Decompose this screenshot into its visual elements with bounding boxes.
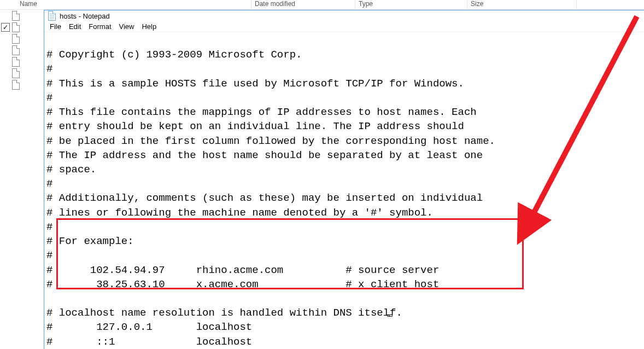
file-icon — [12, 11, 20, 21]
file-icon — [12, 34, 20, 44]
file-icon — [12, 68, 20, 78]
text-line: # 127.0.0.1 localhost — [46, 321, 252, 333]
explorer-column-header: Name Date modified Type Size — [0, 0, 644, 10]
col-size[interactable]: Size — [467, 0, 577, 9]
text-line: # ::1 localhost — [46, 336, 252, 348]
window-title: hosts - Notepad — [60, 12, 110, 20]
text-line: # This is a sample HOSTS file used by Mi… — [46, 78, 464, 90]
text-line: # 102.54.94.97 rhino.acme.com # source s… — [46, 264, 439, 276]
text-line: # 38.25.63.10 x.acme.com # x client host — [46, 278, 439, 290]
menu-edit[interactable]: Edit — [65, 21, 85, 32]
menu-file[interactable]: File — [46, 21, 65, 32]
text-line: # — [46, 178, 52, 190]
file-icon — [12, 57, 20, 67]
notepad-window: hosts - Notepad File Edit Format View He… — [44, 10, 644, 349]
text-line: # Additionally, comments (such as these)… — [46, 192, 483, 204]
menu-view[interactable]: View — [115, 21, 138, 32]
list-item[interactable] — [0, 44, 44, 56]
text-line: # space. — [46, 164, 96, 176]
text-line-part: # localhost name resolution is handled w… — [46, 307, 389, 319]
list-item[interactable] — [0, 10, 44, 21]
list-item[interactable]: ✓ — [0, 21, 44, 33]
text-line: # — [46, 221, 52, 233]
titlebar[interactable]: hosts - Notepad — [44, 10, 644, 21]
col-type[interactable]: Type — [355, 0, 467, 9]
list-item[interactable] — [0, 56, 44, 67]
text-line: # This file contains the mappings of IP … — [46, 106, 477, 118]
file-icon — [12, 80, 20, 90]
col-date[interactable]: Date modified — [251, 0, 355, 9]
text-line: # entry should be kept on an individual … — [46, 120, 464, 132]
text-line: # The IP address and the host name shoul… — [46, 149, 483, 161]
text-line-part: f. — [390, 307, 402, 319]
file-icon — [12, 45, 20, 55]
explorer-file-list: ✓ — [0, 10, 44, 90]
text-line: # Copyright (c) 1993-2009 Microsoft Corp… — [46, 49, 302, 61]
menubar: File Edit Format View Help — [44, 21, 644, 32]
text-editor-area[interactable]: # Copyright (c) 1993-2009 Microsoft Corp… — [44, 32, 644, 349]
text-line: # lines or following the machine name de… — [46, 207, 433, 219]
text-line: # be placed in the first column followed… — [46, 135, 495, 147]
menu-help[interactable]: Help — [138, 21, 160, 32]
list-item[interactable] — [0, 79, 44, 90]
checkbox-icon[interactable]: ✓ — [1, 23, 10, 32]
file-icon — [12, 22, 20, 32]
text-line: # — [46, 63, 52, 75]
menu-format[interactable]: Format — [85, 21, 115, 32]
text-line: # — [46, 249, 52, 261]
list-item[interactable] — [0, 33, 44, 44]
notepad-icon — [48, 10, 56, 21]
text-line: # — [46, 92, 52, 104]
col-name[interactable]: Name — [16, 0, 251, 9]
text-line: # For example: — [46, 235, 134, 247]
list-item[interactable] — [0, 67, 44, 79]
